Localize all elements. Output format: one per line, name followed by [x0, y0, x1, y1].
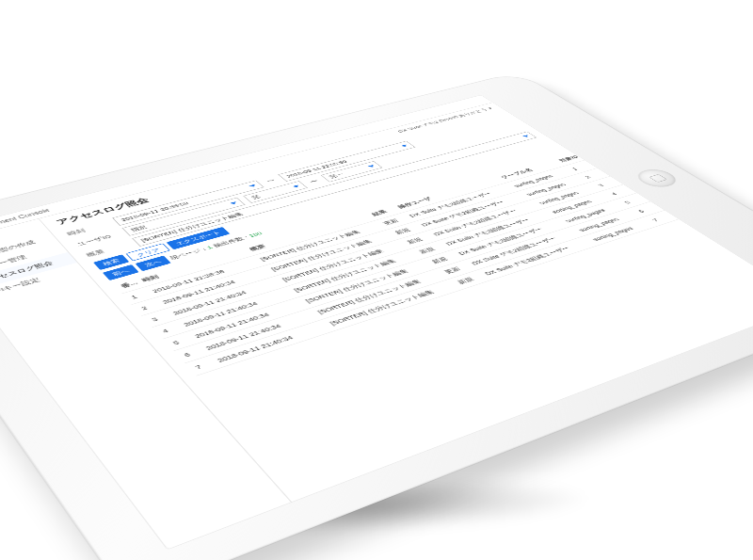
time-range-tilde: 〜 — [264, 177, 280, 184]
cell-time: 2018-09-11 21:40:34 — [196, 309, 320, 356]
cell-time: 2018-09-11 21:40:34 — [207, 320, 333, 369]
cell-num: 4 — [152, 321, 184, 339]
cell-num: 6 — [173, 344, 206, 363]
cell-time: 2018-09-11 21:40:34 — [184, 297, 308, 344]
cell-num: 3 — [142, 310, 174, 328]
search-button[interactable]: 検索 — [93, 254, 129, 270]
cell-summary: [SORTER] 仕分けユニット編集 — [296, 259, 436, 309]
cell-time: 2018-09-11 21:40:34 — [152, 266, 273, 310]
cell-num: 7 — [184, 356, 218, 376]
cell-num: 5 — [163, 332, 196, 351]
prev-page-button[interactable]: 前へ — [103, 264, 139, 280]
cell-summary: [SORTER] 仕分けユニット編集 — [320, 280, 461, 331]
cell-summary: [SORTER] 仕分けユニット編集 — [308, 269, 448, 320]
col-header-num[interactable]: 番号 — [112, 278, 142, 294]
match-tilde: 〜 — [306, 178, 322, 185]
pager-count: 180 — [248, 231, 264, 238]
